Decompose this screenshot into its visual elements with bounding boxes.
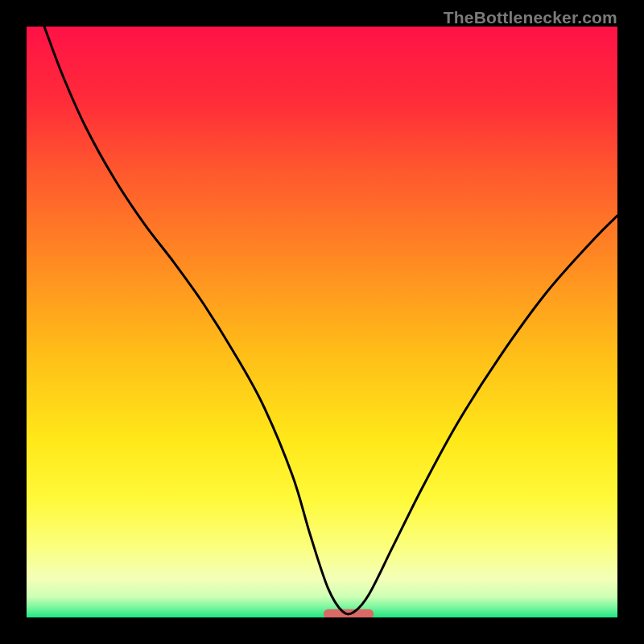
watermark-text: TheBottlenecker.com: [444, 8, 617, 27]
plot-svg: [27, 27, 617, 617]
chart-frame: TheBottlenecker.com: [0, 0, 644, 644]
plot-area: [27, 27, 617, 617]
gradient-background: [27, 27, 617, 617]
